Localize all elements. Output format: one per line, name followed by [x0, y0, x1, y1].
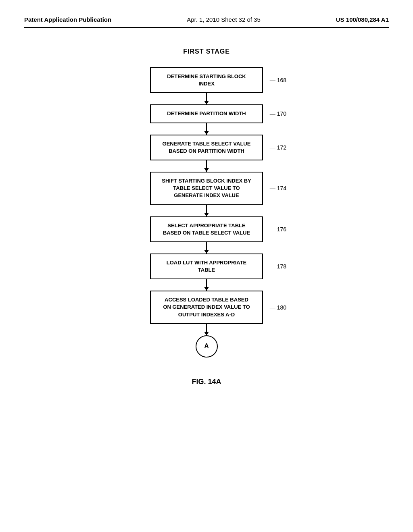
flow-box-174: SHIFT STARTING BLOCK INDEX BYTABLE SELEC…: [150, 172, 263, 205]
flow-item-174: SHIFT STARTING BLOCK INDEX BYTABLE SELEC…: [150, 172, 263, 205]
flow-box-180: ACCESS LOADED TABLE BASEDON GENERATED IN…: [150, 291, 263, 324]
arrow-6: [206, 279, 207, 291]
date-sheet-label: Apr. 1, 2010 Sheet 32 of 35: [187, 16, 261, 23]
label-180: — 180: [270, 304, 286, 311]
page: Patent Application Publication Apr. 1, 2…: [0, 0, 413, 532]
flow-box-170: DETERMINE PARTITION WIDTH: [150, 104, 263, 123]
header: Patent Application Publication Apr. 1, 2…: [24, 16, 389, 28]
publication-label: Patent Application Publication: [24, 16, 111, 23]
flow-item-178: LOAD LUT WITH APPROPRIATETABLE — 178: [150, 254, 263, 279]
arrow-2: [206, 123, 207, 135]
header-center: Apr. 1, 2010 Sheet 32 of 35: [187, 16, 261, 23]
arrow-1: [206, 93, 207, 104]
flow-box-178: LOAD LUT WITH APPROPRIATETABLE: [150, 254, 263, 279]
flow-item-170: DETERMINE PARTITION WIDTH — 170: [150, 104, 263, 123]
flow-item-168: DETERMINE STARTING BLOCKINDEX — 168: [150, 67, 263, 93]
arrow-4: [206, 205, 207, 216]
arrow-3: [206, 160, 207, 172]
label-174: — 174: [270, 185, 286, 191]
label-168: — 168: [270, 77, 286, 83]
header-right: US 100/080,284 A1: [336, 16, 389, 23]
label-172: — 172: [270, 144, 286, 151]
label-176: — 176: [270, 226, 286, 233]
flow-item-180: ACCESS LOADED TABLE BASEDON GENERATED IN…: [150, 291, 263, 324]
figure-label: FIG. 14A: [192, 378, 221, 386]
flow-box-176: SELECT APPROPRIATE TABLEBASED ON TABLE S…: [150, 216, 263, 242]
label-178: — 178: [270, 263, 286, 270]
flow-box-168: DETERMINE STARTING BLOCKINDEX: [150, 67, 263, 93]
diagram-title: FIRST STAGE: [183, 48, 230, 55]
arrow-7: [206, 324, 207, 335]
header-left: Patent Application Publication: [24, 16, 111, 23]
label-170: — 170: [270, 110, 286, 117]
flow-box-172: GENERATE TABLE SELECT VALUEBASED ON PART…: [150, 135, 263, 160]
connector-circle-a: A: [196, 335, 218, 357]
patent-number-label: US 100/080,284 A1: [336, 16, 389, 23]
diagram-area: FIRST STAGE DETERMINE STARTING BLOCKINDE…: [24, 44, 389, 386]
flow-item-176: SELECT APPROPRIATE TABLEBASED ON TABLE S…: [150, 216, 263, 242]
flowchart: DETERMINE STARTING BLOCKINDEX — 168 DETE…: [150, 67, 263, 357]
flow-item-172: GENERATE TABLE SELECT VALUEBASED ON PART…: [150, 135, 263, 160]
arrow-5: [206, 242, 207, 254]
connector-label: A: [204, 343, 209, 350]
